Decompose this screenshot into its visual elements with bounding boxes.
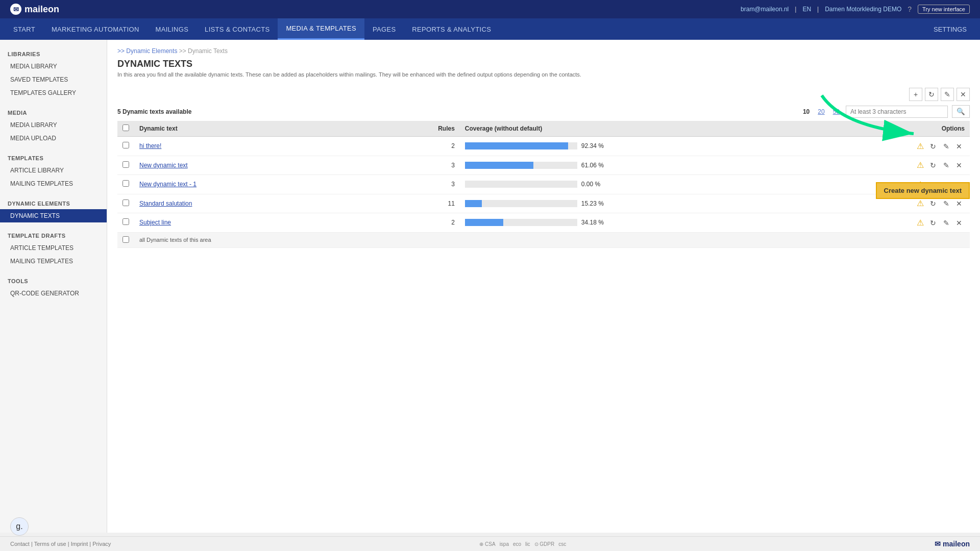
nav-settings[interactable]: SETTINGS bbox=[925, 26, 975, 33]
company-link[interactable]: Damen Motorkleding DEMO bbox=[825, 6, 901, 13]
row-coverage-0: 92.34 % bbox=[460, 137, 762, 156]
annotation-wrapper: Dynamic text Rules Coverage (without def… bbox=[117, 121, 970, 248]
sidebar-section-media: MEDIA bbox=[0, 104, 107, 118]
edit-icon-4[interactable]: ✎ bbox=[941, 217, 952, 229]
nav-pages[interactable]: PAGES bbox=[364, 18, 404, 40]
footer-brand: ✉ maileon bbox=[935, 540, 970, 548]
search-input[interactable] bbox=[846, 106, 948, 118]
nav-media-templates[interactable]: MEDIA & TEMPLATES bbox=[278, 18, 364, 40]
copy-icon-3[interactable]: ↻ bbox=[927, 198, 939, 209]
sidebar-item-templates-gallery[interactable]: TEMPLATES GALLERY bbox=[0, 86, 107, 99]
delete-icon-1[interactable]: ✕ bbox=[953, 160, 965, 171]
row-checkbox-3[interactable] bbox=[122, 199, 129, 206]
delete-button[interactable]: ✕ bbox=[957, 88, 970, 101]
sidebar-item-media-library-2[interactable]: MEDIA LIBRARY bbox=[0, 118, 107, 132]
page-size-20[interactable]: 20 bbox=[816, 107, 826, 116]
edit-icon-1[interactable]: ✎ bbox=[941, 160, 952, 171]
row-checkbox-2[interactable] bbox=[122, 180, 129, 187]
sidebar-item-dynamic-texts[interactable]: DYNAMIC TEXTS bbox=[0, 209, 107, 222]
row-name-link-3[interactable]: Standard salutation bbox=[139, 200, 192, 207]
table-row: Subject line234.18 % ⚠ ↻ ✎ ✕ bbox=[117, 213, 970, 233]
sidebar-item-article-library[interactable]: ARTICLE LIBRARY bbox=[0, 164, 107, 177]
row-name-link-4[interactable]: Subject line bbox=[139, 219, 171, 226]
page-size-50[interactable]: 50 bbox=[831, 107, 842, 116]
user-email[interactable]: bram@maileon.nl bbox=[741, 6, 789, 13]
delete-icon-0[interactable]: ✕ bbox=[953, 141, 965, 152]
warning-icon-1[interactable]: ⚠ bbox=[915, 160, 926, 171]
nav-mailings[interactable]: MAILINGS bbox=[148, 18, 197, 40]
select-all-footer-checkbox[interactable] bbox=[122, 236, 129, 243]
toolbar-row: + ↻ ✎ ✕ bbox=[117, 88, 970, 101]
sidebar-item-mailing-templates-1[interactable]: MAILING TEMPLATES bbox=[0, 177, 107, 190]
sidebar-item-article-templates[interactable]: ARTICLE TEMPLATES bbox=[0, 241, 107, 255]
logo-gdpr: ⊙ GDPR bbox=[534, 541, 555, 547]
logo: ✉ maileon bbox=[10, 4, 59, 15]
edit-icon-3[interactable]: ✎ bbox=[941, 198, 952, 209]
help-icon[interactable]: ? bbox=[908, 5, 912, 13]
sidebar-section-dynamic-elements: DYNAMIC ELEMENTS bbox=[0, 194, 107, 209]
count-text: 5 Dynamic texts available bbox=[117, 108, 191, 115]
row-checkbox-4[interactable] bbox=[122, 218, 129, 225]
row-checkbox-1[interactable] bbox=[122, 161, 129, 168]
grader-icon[interactable]: g. bbox=[10, 517, 29, 536]
sidebar-item-media-library-1[interactable]: MEDIA LIBRARY bbox=[0, 60, 107, 73]
copy-icon-0[interactable]: ↻ bbox=[927, 141, 939, 152]
logo-lic: lic bbox=[525, 541, 530, 547]
row-coverage-3: 15.23 % bbox=[460, 194, 762, 213]
top-bar: ✉ maileon bram@maileon.nl | EN | Damen M… bbox=[0, 0, 980, 18]
row-rules-4: 2 bbox=[367, 213, 460, 233]
select-all-checkbox[interactable] bbox=[122, 124, 129, 131]
pagination-search: 10 20 50 🔍 bbox=[801, 105, 970, 118]
nav-lists[interactable]: LISTS & CONTACTS bbox=[197, 18, 278, 40]
row-options-1: ⚠ ↻ ✎ ✕ bbox=[762, 156, 970, 175]
footer: Contact | Terms of use | Imprint | Priva… bbox=[0, 536, 980, 551]
row-name-link-1[interactable]: New dynamic text bbox=[139, 162, 188, 169]
warning-icon-3[interactable]: ⚠ bbox=[915, 198, 926, 209]
create-btn-wrapper: Create new dynamic text bbox=[876, 182, 970, 199]
page-title: DYNAMIC TEXTS bbox=[117, 59, 970, 69]
delete-icon-4[interactable]: ✕ bbox=[953, 217, 965, 229]
row-options-4: ⚠ ↻ ✎ ✕ bbox=[762, 213, 970, 233]
top-right: bram@maileon.nl | EN | Damen Motorkledin… bbox=[741, 5, 970, 14]
create-dynamic-text-button[interactable]: Create new dynamic text bbox=[876, 182, 970, 199]
nav-marketing[interactable]: MARKETING AUTOMATION bbox=[43, 18, 148, 40]
sidebar-item-mailing-templates-2[interactable]: MAILING TEMPLATES bbox=[0, 255, 107, 268]
footer-contact[interactable]: Contact bbox=[10, 541, 30, 547]
sidebar-item-qr-code[interactable]: QR-CODE GENERATOR bbox=[0, 287, 107, 300]
footer-imprint[interactable]: Imprint bbox=[71, 541, 88, 547]
row-rules-2: 3 bbox=[367, 175, 460, 194]
logo-csa: ⊕ CSA bbox=[479, 541, 495, 547]
row-name-link-2[interactable]: New dynamic text - 1 bbox=[139, 181, 197, 188]
footer-privacy[interactable]: Privacy bbox=[92, 541, 111, 547]
edit-button[interactable]: ✎ bbox=[941, 88, 954, 101]
row-name-link-0[interactable]: hi there! bbox=[139, 142, 161, 149]
row-rules-3: 11 bbox=[367, 194, 460, 213]
sidebar-section-template-drafts: TEMPLATE DRAFTS bbox=[0, 227, 107, 241]
sidebar-item-media-upload[interactable]: MEDIA UPLOAD bbox=[0, 132, 107, 145]
table-row: hi there!292.34 % ⚠ ↻ ✎ ✕ bbox=[117, 137, 970, 156]
footer-terms[interactable]: Terms of use bbox=[34, 541, 66, 547]
logo-csc: csc bbox=[558, 541, 566, 547]
copy-icon-1[interactable]: ↻ bbox=[927, 160, 939, 171]
try-new-button[interactable]: Try new interface bbox=[918, 5, 970, 14]
nav-reports[interactable]: REPORTS & ANALYTICS bbox=[404, 18, 499, 40]
page-size-10[interactable]: 10 bbox=[801, 107, 812, 116]
row-checkbox-0[interactable] bbox=[122, 142, 129, 148]
nav-start[interactable]: START bbox=[5, 18, 43, 40]
lang-link[interactable]: EN bbox=[802, 6, 811, 13]
sidebar: LIBRARIES MEDIA LIBRARY SAVED TEMPLATES … bbox=[0, 40, 107, 533]
select-all-row: all Dynamic texts of this area bbox=[117, 232, 970, 247]
delete-icon-3[interactable]: ✕ bbox=[953, 198, 965, 209]
lang-separator: | bbox=[795, 6, 796, 13]
search-button[interactable]: 🔍 bbox=[952, 105, 970, 118]
col-header-options: Options bbox=[762, 121, 970, 137]
warning-icon-4[interactable]: ⚠ bbox=[915, 217, 926, 228]
copy-icon-4[interactable]: ↻ bbox=[927, 217, 939, 229]
edit-icon-0[interactable]: ✎ bbox=[941, 141, 952, 152]
breadcrumb-dynamic-elements[interactable]: >> Dynamic Elements bbox=[117, 47, 177, 55]
warning-icon-0[interactable]: ⚠ bbox=[915, 140, 926, 152]
sidebar-item-saved-templates[interactable]: SAVED TEMPLATES bbox=[0, 73, 107, 86]
refresh-button[interactable]: ↻ bbox=[925, 88, 938, 101]
row-coverage-4: 34.18 % bbox=[460, 213, 762, 233]
add-button[interactable]: + bbox=[909, 88, 922, 101]
